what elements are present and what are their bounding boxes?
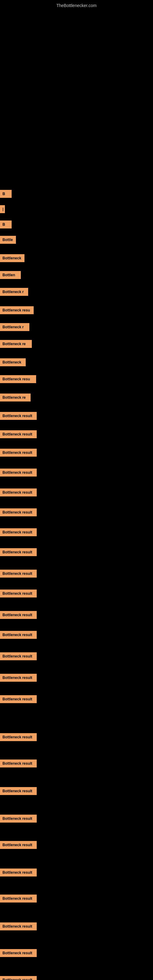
result-badge-28[interactable]: Bottleneck result (0, 695, 37, 703)
result-badge-33[interactable]: Bottleneck result (0, 841, 37, 849)
result-item-14: Bottleneck result (0, 410, 37, 422)
result-badge-7[interactable]: Bottleneck r (0, 288, 28, 296)
result-badge-20[interactable]: Bottleneck result (0, 528, 37, 536)
result-badge-36[interactable]: Bottleneck result (0, 923, 37, 931)
result-badge-26[interactable]: Bottleneck result (0, 652, 37, 660)
site-title: TheBottlenecker.com (0, 0, 153, 10)
result-badge-31[interactable]: Bottleneck result (0, 787, 37, 795)
result-item-23: Bottleneck result (0, 588, 37, 599)
result-badge-13[interactable]: Bottleneck re (0, 393, 30, 401)
result-item-31: Bottleneck result (0, 785, 37, 797)
result-item-11: Bottleneck (0, 356, 26, 368)
result-badge-17[interactable]: Bottleneck result (0, 469, 37, 477)
result-badge-21[interactable]: Bottleneck result (0, 548, 37, 556)
result-item-35: Bottleneck result (0, 893, 37, 904)
result-item-30: Bottleneck result (0, 758, 37, 769)
result-item-33: Bottleneck result (0, 839, 37, 851)
result-item-3: B (0, 219, 12, 230)
result-badge-30[interactable]: Bottleneck result (0, 759, 37, 767)
result-item-5: Bottleneck (0, 252, 24, 264)
result-item-20: Bottleneck result (0, 527, 37, 538)
result-badge-29[interactable]: Bottleneck result (0, 733, 37, 741)
result-badge-14[interactable]: Bottleneck result (0, 412, 37, 420)
result-badge-4[interactable]: Bottle (0, 236, 16, 244)
result-item-26: Bottleneck result (0, 651, 37, 662)
result-item-1: B (0, 188, 12, 200)
result-item-32: Bottleneck result (0, 813, 37, 824)
result-badge-2[interactable]: | (0, 205, 5, 213)
result-item-17: Bottleneck result (0, 467, 37, 478)
result-badge-37[interactable]: Bottleneck result (0, 949, 37, 957)
result-badge-3[interactable]: B (0, 221, 12, 229)
result-item-8: Bottleneck resu (0, 304, 33, 316)
result-item-16: Bottleneck result (0, 447, 37, 458)
result-badge-22[interactable]: Bottleneck result (0, 570, 37, 578)
result-item-28: Bottleneck result (0, 694, 37, 705)
result-item-2: | (0, 204, 5, 215)
result-item-6: Bottlen (0, 269, 21, 281)
result-badge-1[interactable]: B (0, 190, 12, 198)
result-badge-35[interactable]: Bottleneck result (0, 894, 37, 902)
result-item-4: Bottle (0, 234, 16, 246)
result-item-27: Bottleneck result (0, 672, 37, 684)
result-badge-6[interactable]: Bottlen (0, 271, 21, 279)
result-item-29: Bottleneck result (0, 731, 37, 743)
result-item-12: Bottleneck resu (0, 373, 36, 385)
result-badge-34[interactable]: Bottleneck result (0, 869, 37, 877)
result-badge-24[interactable]: Bottleneck result (0, 611, 37, 619)
result-badge-27[interactable]: Bottleneck result (0, 674, 37, 682)
result-item-37: Bottleneck result (0, 947, 37, 959)
result-item-25: Bottleneck result (0, 629, 37, 641)
result-badge-12[interactable]: Bottleneck resu (0, 375, 36, 383)
result-item-21: Bottleneck result (0, 546, 37, 558)
result-item-22: Bottleneck result (0, 568, 37, 579)
result-badge-18[interactable]: Bottleneck result (0, 488, 37, 496)
result-item-34: Bottleneck result (0, 867, 37, 878)
result-badge-38[interactable]: Bottleneck result (0, 976, 37, 980)
result-item-10: Bottleneck re (0, 338, 32, 350)
result-item-24: Bottleneck result (0, 609, 37, 621)
result-badge-9[interactable]: Bottleneck r (0, 323, 29, 331)
result-item-9: Bottleneck r (0, 321, 29, 333)
result-item-13: Bottleneck re (0, 392, 30, 403)
result-badge-15[interactable]: Bottleneck result (0, 430, 37, 438)
result-badge-32[interactable]: Bottleneck result (0, 815, 37, 822)
result-badge-10[interactable]: Bottleneck re (0, 340, 32, 348)
result-badge-11[interactable]: Bottleneck (0, 358, 26, 366)
result-item-15: Bottleneck result (0, 428, 37, 440)
result-item-36: Bottleneck result (0, 921, 37, 932)
result-item-7: Bottleneck r (0, 286, 28, 298)
result-badge-25[interactable]: Bottleneck result (0, 631, 37, 639)
result-item-18: Bottleneck result (0, 487, 37, 498)
result-badge-8[interactable]: Bottleneck resu (0, 306, 33, 314)
result-badge-16[interactable]: Bottleneck result (0, 449, 37, 457)
result-badge-23[interactable]: Bottleneck result (0, 590, 37, 598)
result-badge-5[interactable]: Bottleneck (0, 254, 24, 262)
result-item-38: Bottleneck result (0, 974, 37, 980)
result-badge-19[interactable]: Bottleneck result (0, 508, 37, 516)
result-item-19: Bottleneck result (0, 506, 37, 518)
